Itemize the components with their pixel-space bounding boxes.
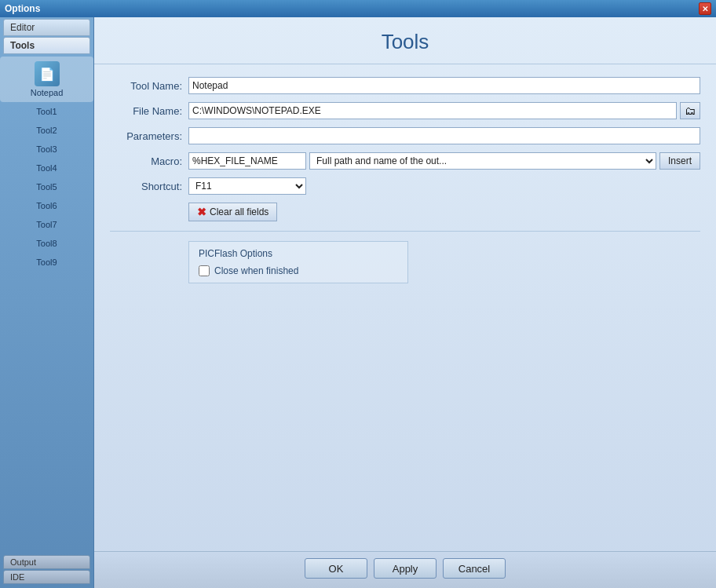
sidebar-item-label-tool5: Tool5 [36,182,57,192]
sidebar-tab-output[interactable]: Output [3,555,90,569]
sidebar-bottom: Output IDE [0,552,93,588]
sidebar-tab-tools[interactable]: Tools [3,37,90,54]
browse-button[interactable]: 🗂 [680,102,700,119]
separator [110,231,700,232]
sidebar-item-tool8[interactable]: Tool8 [0,234,93,253]
close-when-finished-checkbox[interactable] [199,265,210,276]
sidebar-item-label-tool6: Tool6 [36,201,57,210]
clear-x-icon: ✖ [197,206,206,218]
sidebar-item-tool6[interactable]: Tool6 [0,196,93,215]
shortcut-row: Shortcut: F11 F1 F2 F3 F4 F5 F6 F7 F8 F9… [110,177,700,195]
file-name-row: File Name: 🗂 [110,102,700,119]
macro-inner: Full path and name of the out... File na… [188,152,700,170]
apply-button[interactable]: Apply [374,558,437,579]
sidebar-tab-ide[interactable]: IDE [3,570,90,584]
content-area: Tools Tool Name: File Name: 🗂 Paramete [94,17,716,588]
sidebar-tab-editor[interactable]: Editor [3,19,90,36]
close-when-finished-label: Close when finished [214,265,298,276]
sidebar-item-label-tool4: Tool4 [36,163,57,173]
ok-button[interactable]: OK [305,558,367,579]
sidebar-item-label-tool9: Tool9 [36,257,57,267]
sidebar-item-tool9[interactable]: Tool9 [0,253,93,272]
notepad-icon: 📄 [35,61,60,86]
sidebar-item-tool7[interactable]: Tool7 [0,215,93,234]
tool-name-input[interactable] [188,77,700,94]
sidebar-item-label-tool7: Tool7 [36,220,57,229]
macro-label: Macro: [110,155,188,167]
page-title: Tools [94,17,716,64]
close-when-finished-row: Close when finished [199,265,398,276]
sidebar-item-label-tool2: Tool2 [36,126,57,135]
cancel-button[interactable]: Cancel [443,558,506,579]
file-name-label: File Name: [110,105,188,117]
sidebar-item-notepad[interactable]: 📄 Notepad [0,57,93,102]
title-bar: Options ✕ [0,0,716,17]
tool-name-row: Tool Name: [110,77,700,94]
picflash-title: PICFlash Options [199,248,398,259]
sidebar-item-tool3[interactable]: Tool3 [0,140,93,159]
insert-button[interactable]: Insert [659,152,700,170]
tool-name-label: Tool Name: [110,80,188,92]
sidebar-item-tool2[interactable]: Tool2 [0,121,93,140]
sidebar-item-label-tool3: Tool3 [36,144,57,154]
sidebar-item-tool5[interactable]: Tool5 [0,177,93,196]
clear-all-label: Clear all fields [210,206,268,217]
parameters-label: Parameters: [110,130,188,142]
picflash-options-box: PICFlash Options Close when finished [188,241,408,283]
main-container: Editor Tools 📄 Notepad Tool1 Tool2 Tool3… [0,17,716,588]
sidebar-item-label-notepad: Notepad [31,88,64,97]
sidebar-item-label-tool8: Tool8 [36,239,57,248]
file-name-input[interactable] [188,102,677,119]
macro-text-input[interactable] [188,152,306,170]
shortcut-dropdown[interactable]: F11 F1 F2 F3 F4 F5 F6 F7 F8 F9 F10 F12 [188,177,306,195]
browse-icon: 🗂 [685,104,696,117]
sidebar-item-tool4[interactable]: Tool4 [0,159,93,177]
parameters-row: Parameters: [110,127,700,144]
sidebar: Editor Tools 📄 Notepad Tool1 Tool2 Tool3… [0,17,94,588]
button-bar: OK Apply Cancel [94,551,716,588]
close-button[interactable]: ✕ [699,2,711,15]
sidebar-item-label-tool1: Tool1 [36,107,57,116]
close-icon: ✕ [702,5,708,13]
sidebar-tabs: Editor Tools [0,17,93,57]
parameters-input[interactable] [188,127,700,144]
form-area: Tool Name: File Name: 🗂 Parameters: [94,64,716,551]
macro-dropdown[interactable]: Full path and name of the out... File na… [309,152,656,170]
sidebar-item-tool1[interactable]: Tool1 [0,102,93,121]
shortcut-label: Shortcut: [110,181,188,192]
file-name-inner: 🗂 [188,102,700,119]
clear-all-fields-button[interactable]: ✖ Clear all fields [188,203,277,221]
macro-row: Macro: Full path and name of the out... … [110,152,700,170]
title-bar-label: Options [5,3,40,14]
